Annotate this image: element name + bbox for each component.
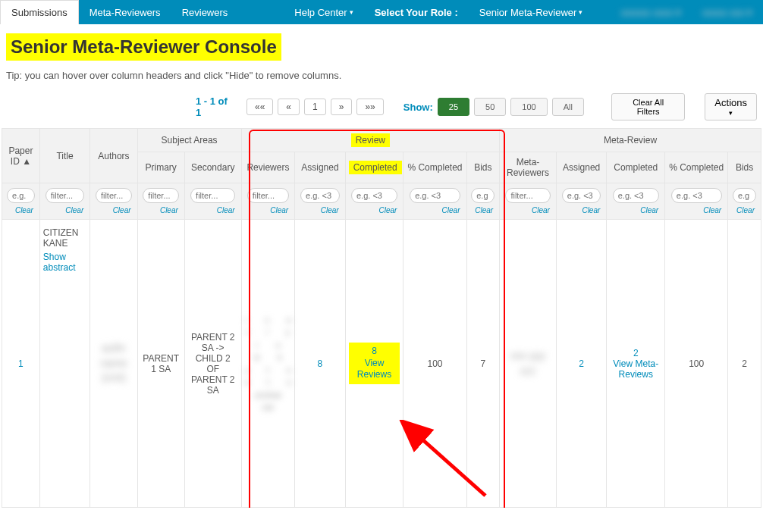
clear-filter[interactable]: Clear <box>668 206 724 214</box>
pager-page[interactable]: 1 <box>304 99 326 115</box>
select-role-label: Select Your Role : <box>364 0 469 24</box>
filter-pct[interactable] <box>410 188 460 203</box>
col-group-review: Review <box>241 129 500 152</box>
clear-filter[interactable]: Clear <box>407 206 463 214</box>
col-group-subject-areas: Subject Areas <box>137 129 241 152</box>
show-25[interactable]: 25 <box>438 98 469 116</box>
role-value: Senior Meta-Reviewer <box>479 7 577 18</box>
submissions-table: Paper ID ▲ Title Authors Subject Areas R… <box>2 128 761 508</box>
col-title[interactable]: Title <box>39 129 89 183</box>
tab-meta-reviewers[interactable]: Meta-Reviewers <box>79 0 171 24</box>
show-50[interactable]: 50 <box>474 98 506 116</box>
filter-m-assigned[interactable] <box>562 188 601 203</box>
col-group-meta-review: Meta-Review <box>500 129 761 152</box>
tab-reviewers[interactable]: Reviewers <box>171 0 239 24</box>
help-center-dropdown[interactable]: Help Center▾ <box>284 0 363 24</box>
toolbar: 1 - 1 of 1 «« « 1 » »» Show: 25 50 100 A… <box>0 90 763 128</box>
col-pct-completed[interactable]: % Completed <box>403 152 466 183</box>
filter-m-bids[interactable] <box>733 188 756 203</box>
caret-down-icon: ▾ <box>350 8 353 16</box>
col-assigned[interactable]: Assigned <box>295 152 345 183</box>
pct-completed: 100 <box>403 220 466 508</box>
filter-m-completed[interactable] <box>613 188 659 203</box>
clear-filter[interactable]: Clear <box>5 206 36 214</box>
clear-filter[interactable]: Clear <box>731 206 758 214</box>
actions-dropdown[interactable]: Actions <box>705 93 757 120</box>
col-completed[interactable]: Completed <box>345 152 403 183</box>
col-m-completed[interactable]: Completed <box>607 152 665 183</box>
filter-authors[interactable] <box>96 188 132 203</box>
paper-id-link[interactable]: 1 <box>18 358 24 369</box>
col-m-pct-completed[interactable]: % Completed <box>665 152 728 183</box>
clear-filter[interactable]: Clear <box>245 206 292 214</box>
meta-reviewers-cell: xxx yyy zzz <box>503 349 553 378</box>
reviewers-cell: r x e t / y r u w e y t o e t u unclear … <box>245 314 292 414</box>
show-all[interactable]: All <box>552 98 584 116</box>
show-label: Show: <box>403 102 433 113</box>
tab-submissions[interactable]: Submissions <box>0 0 79 24</box>
bids-count: 7 <box>466 220 500 508</box>
primary-sa: PARENT 1 SA <box>137 220 184 508</box>
clear-filter[interactable]: Clear <box>298 206 341 214</box>
col-reviewers[interactable]: Reviewers <box>241 152 295 183</box>
filter-reviewers[interactable] <box>247 188 289 203</box>
clear-filter[interactable]: Clear <box>610 206 661 214</box>
col-primary[interactable]: Primary <box>137 152 184 183</box>
col-meta-reviewers[interactable]: Meta-Reviewers <box>500 152 557 183</box>
caret-down-icon: ▾ <box>579 8 582 16</box>
clear-filter[interactable]: Clear <box>141 206 181 214</box>
role-dropdown[interactable]: Senior Meta-Reviewer▾ <box>469 0 594 24</box>
pager-first[interactable]: «« <box>246 99 273 115</box>
pager-next[interactable]: » <box>331 99 353 115</box>
view-meta-reviews-link[interactable]: 2 View Meta-Reviews <box>613 348 658 380</box>
pager-prev[interactable]: « <box>278 99 300 115</box>
filter-completed[interactable] <box>351 188 397 203</box>
col-bids[interactable]: Bids <box>466 152 500 183</box>
filter-title[interactable] <box>46 188 85 203</box>
clear-filter[interactable]: Clear <box>470 206 497 214</box>
clear-filter[interactable]: Clear <box>43 206 86 214</box>
top-nav: Submissions Meta-Reviewers Reviewers Hel… <box>0 0 763 24</box>
pager-last[interactable]: »» <box>356 99 383 115</box>
authors-cell: authr name (cmt) <box>93 341 133 386</box>
clear-filter[interactable]: Clear <box>93 206 133 214</box>
col-paper-id[interactable]: Paper ID ▲ <box>2 129 40 183</box>
tip-text: Tip: you can hover over column headers a… <box>6 70 763 81</box>
col-m-assigned[interactable]: Assigned <box>556 152 606 183</box>
show-abstract-link[interactable]: Show abstract <box>43 252 86 273</box>
filter-m-pct[interactable] <box>671 188 722 203</box>
clear-filter[interactable]: Clear <box>349 206 400 214</box>
col-m-bids[interactable]: Bids <box>728 152 761 183</box>
view-reviews-link[interactable]: 8 View Reviews <box>349 343 400 384</box>
paper-title: CITIZEN KANE <box>43 227 79 249</box>
col-authors[interactable]: Authors <box>90 129 137 183</box>
sort-asc-icon: ▲ <box>22 156 31 167</box>
filter-primary[interactable] <box>143 188 179 203</box>
filter-secondary[interactable] <box>190 188 235 203</box>
m-assigned-count[interactable]: 2 <box>579 358 584 369</box>
clear-filter[interactable]: Clear <box>560 206 603 214</box>
m-pct-completed: 100 <box>665 220 728 508</box>
secondary-sa: PARENT 2 SA -> CHILD 2 OF PARENT 2 SA <box>184 220 241 508</box>
clear-all-filters-button[interactable]: Clear All Filters <box>611 93 686 120</box>
m-bids-count: 2 <box>728 220 761 508</box>
clear-filter[interactable]: Clear <box>503 206 553 214</box>
page-title: Senior Meta-Reviewer Console <box>6 33 281 61</box>
result-range: 1 - 1 of 1 <box>196 95 234 118</box>
table-row: 1 CITIZEN KANE Show abstract authr name … <box>2 220 761 508</box>
show-100[interactable]: 100 <box>510 98 547 116</box>
col-secondary[interactable]: Secondary <box>184 152 241 183</box>
assigned-count[interactable]: 8 <box>318 358 323 369</box>
filter-paper-id[interactable] <box>7 188 35 203</box>
user-menu-1[interactable]: xxxxxx xxxx ▾ <box>611 7 692 18</box>
filter-meta-reviewers[interactable] <box>505 188 550 203</box>
help-center-label: Help Center <box>294 7 347 18</box>
filter-bids[interactable] <box>471 188 495 203</box>
filter-assigned[interactable] <box>300 188 340 203</box>
clear-filter[interactable]: Clear <box>188 206 238 214</box>
user-menu-2[interactable]: xxxxx xxx ▾ <box>692 7 763 18</box>
